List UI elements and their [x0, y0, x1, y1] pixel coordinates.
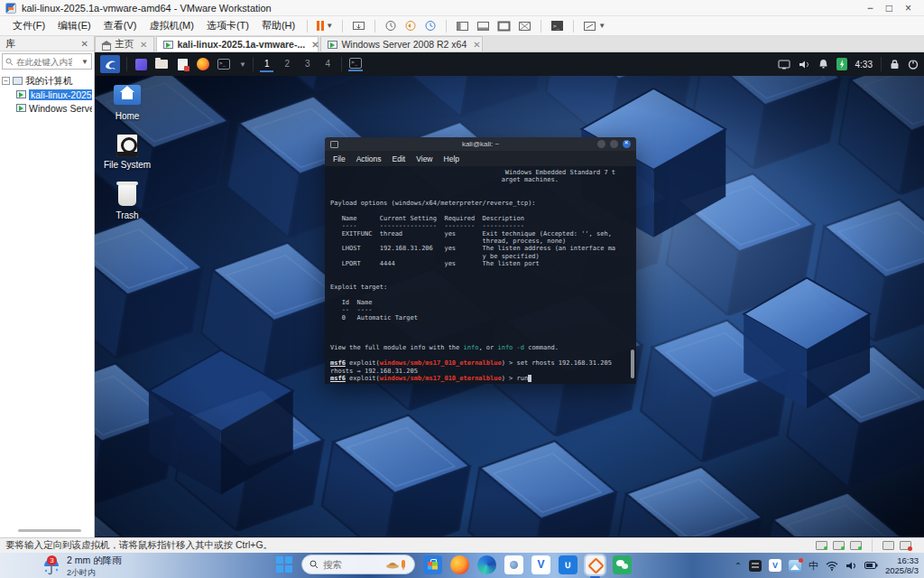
- send-ctrl-alt-del-icon[interactable]: [349, 18, 368, 34]
- tab-windows-server-vm[interactable]: Windows Server 2008 R2 x64 ✕: [320, 36, 483, 51]
- tray-app-icon-dark[interactable]: [749, 560, 762, 572]
- desktop-icon-file-system[interactable]: File System: [95, 134, 160, 170]
- kali-applications-button[interactable]: [100, 55, 120, 73]
- wechat-icon[interactable]: [613, 555, 632, 574]
- tree-expander-icon[interactable]: −: [2, 77, 10, 85]
- battery-icon[interactable]: [836, 58, 847, 70]
- tray-time: 16:33: [885, 555, 919, 565]
- firefox-icon[interactable]: [196, 57, 210, 71]
- tree-item-kali-vm[interactable]: kali-linux-2025.1: [2, 88, 92, 101]
- library-search-input[interactable]: [16, 57, 72, 67]
- snapshot-manager-icon[interactable]: [421, 18, 439, 34]
- sound-device-icon[interactable]: [850, 541, 862, 550]
- microsoft-store-icon[interactable]: [423, 555, 442, 574]
- tray-app-icon-v[interactable]: V: [769, 559, 781, 572]
- app-launcher-icon[interactable]: [134, 57, 148, 71]
- revert-snapshot-icon[interactable]: [402, 18, 420, 34]
- tray-chevron-up-icon[interactable]: ⌃: [735, 561, 742, 571]
- vm-running-icon: [16, 104, 26, 112]
- desktop-icon-trash[interactable]: Trash: [95, 184, 160, 220]
- message-log-icon[interactable]: [882, 541, 894, 550]
- file-manager-icon[interactable]: [154, 57, 169, 71]
- app-icon-blue[interactable]: ∪: [559, 555, 578, 574]
- tray-clock[interactable]: 16:33 2025/8/3: [885, 555, 919, 575]
- panel-clock[interactable]: 4:33: [855, 60, 873, 70]
- terminal-window[interactable]: kali@kali: ~ File Actions Edit View Help: [325, 137, 636, 384]
- battery-icon[interactable]: [864, 561, 878, 570]
- hard-disk-device-icon[interactable]: [816, 541, 827, 550]
- status-text: 要将输入定向到该虚拟机，请将鼠标指针移入其中或按 Ctrl+G。: [5, 539, 273, 552]
- edge-taskbar-icon[interactable]: [477, 555, 496, 574]
- terminal-minimize-button[interactable]: [597, 140, 605, 148]
- start-button[interactable]: [276, 556, 293, 573]
- volume-icon[interactable]: [799, 60, 810, 70]
- fit-guest-icon[interactable]: ▼: [580, 18, 608, 34]
- sidebar-horizontal-scrollbar[interactable]: [18, 529, 81, 532]
- vm-display[interactable]: ▼ 1 2 3 4 4:33 Home: [95, 52, 924, 537]
- console-view-icon[interactable]: >_: [548, 18, 567, 34]
- workspace-2[interactable]: 2: [280, 57, 294, 72]
- chevron-down-icon[interactable]: ▼: [81, 58, 88, 66]
- lock-icon[interactable]: [890, 59, 900, 70]
- display-icon[interactable]: [778, 60, 790, 70]
- terminal-scrollbar[interactable]: [631, 350, 634, 378]
- taskbar-search-input[interactable]: [323, 559, 372, 570]
- menu-help[interactable]: 帮助(H): [256, 17, 300, 34]
- workspace-3[interactable]: 3: [300, 57, 315, 72]
- weather-widget[interactable]: 3 2 mm 的降雨 2小时内: [42, 555, 122, 578]
- taskbar-terminal-window-button[interactable]: [348, 57, 363, 71]
- network-adapter-device-icon[interactable]: [833, 541, 845, 550]
- menu-file[interactable]: 文件(F): [7, 17, 51, 34]
- menu-edit[interactable]: 编辑(E): [52, 17, 97, 34]
- text-editor-icon[interactable]: [175, 57, 189, 71]
- weather-subtext: 2小时内: [67, 567, 122, 578]
- tab-kali-vm[interactable]: kali-linux-2025.1a-vmware-... ✕: [156, 36, 319, 51]
- suspend-vm-button[interactable]: ▼: [314, 18, 336, 34]
- chevron-down-icon[interactable]: ▼: [239, 61, 246, 69]
- terminal-menu-help[interactable]: Help: [444, 154, 459, 163]
- tree-label: Windows Server 2008: [29, 103, 92, 114]
- desktop-icon-home[interactable]: Home: [95, 85, 160, 121]
- terminal-titlebar[interactable]: kali@kali: ~: [325, 137, 636, 151]
- tree-item-windows-server-vm[interactable]: Windows Server 2008: [2, 101, 92, 115]
- tree-root-my-computer[interactable]: − 我的计算机: [2, 74, 92, 88]
- power-icon[interactable]: [908, 59, 919, 70]
- volume-icon[interactable]: [845, 561, 857, 571]
- maximize-button[interactable]: □: [886, 1, 892, 15]
- library-search[interactable]: ▼: [2, 53, 92, 70]
- menu-tabs[interactable]: 选项卡(T): [201, 17, 254, 34]
- library-close-icon[interactable]: ✕: [81, 39, 88, 49]
- tab-close-icon[interactable]: ✕: [473, 40, 480, 50]
- vmware-taskbar-icon-active[interactable]: [586, 555, 605, 574]
- terminal-close-button[interactable]: [623, 140, 631, 148]
- terminal-menu-file[interactable]: File: [333, 154, 346, 163]
- tab-close-icon[interactable]: ✕: [311, 40, 319, 50]
- terminal-menu-actions[interactable]: Actions: [356, 154, 382, 163]
- taskbar-search[interactable]: [301, 555, 415, 574]
- terminal-launcher-icon[interactable]: [217, 57, 231, 71]
- usb-device-icon[interactable]: [900, 541, 911, 550]
- notifications-bell-icon[interactable]: [818, 59, 828, 70]
- workspace-1[interactable]: 1: [260, 57, 274, 72]
- minimize-button[interactable]: −: [867, 1, 873, 15]
- fullscreen-icon[interactable]: [494, 18, 513, 34]
- menu-view[interactable]: 查看(V): [98, 17, 143, 34]
- tab-close-icon[interactable]: ✕: [140, 40, 147, 50]
- show-library-icon[interactable]: [453, 18, 472, 34]
- take-snapshot-icon[interactable]: [382, 18, 400, 34]
- show-thumbnail-bar-icon[interactable]: [474, 18, 493, 34]
- workspace-4[interactable]: 4: [321, 57, 336, 72]
- app-icon-white[interactable]: [504, 555, 523, 574]
- app-icon-v[interactable]: V: [531, 555, 550, 574]
- close-button[interactable]: ×: [905, 1, 911, 15]
- tab-home[interactable]: 主页 ✕: [95, 36, 154, 51]
- ime-indicator[interactable]: 中: [808, 559, 818, 573]
- firefox-taskbar-icon[interactable]: [450, 555, 469, 574]
- wifi-icon[interactable]: [826, 561, 838, 571]
- terminal-menu-view[interactable]: View: [416, 154, 432, 163]
- unity-mode-icon[interactable]: [515, 18, 534, 34]
- terminal-menu-edit[interactable]: Edit: [393, 154, 406, 163]
- menu-vm[interactable]: 虚拟机(M): [143, 17, 199, 34]
- tray-photos-icon[interactable]: [789, 560, 801, 572]
- terminal-maximize-button[interactable]: [610, 140, 618, 148]
